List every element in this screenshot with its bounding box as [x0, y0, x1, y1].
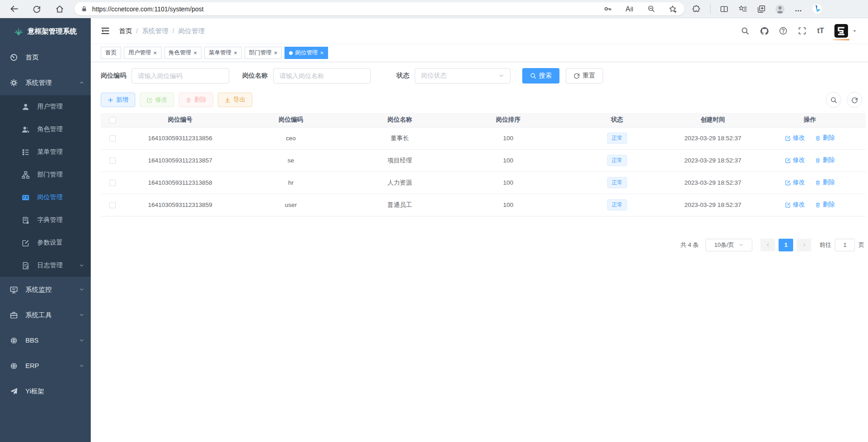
breadcrumb-home[interactable]: 首页: [119, 27, 132, 35]
row-edit-link[interactable]: 修改: [785, 134, 805, 142]
chevron-down-icon: [739, 242, 744, 247]
tab-user-management[interactable]: 用户管理 ×: [124, 47, 162, 59]
sidebar-item-home[interactable]: 首页: [0, 44, 91, 70]
url-text[interactable]: https://ccnetcore.com:1101/system/post: [92, 5, 603, 13]
export-button[interactable]: 导出: [218, 93, 252, 107]
trash-icon: [815, 135, 821, 141]
row-delete-link[interactable]: 删除: [815, 134, 835, 142]
next-page-button[interactable]: [797, 239, 811, 251]
sidebar-item-yi-framework[interactable]: Yi框架: [0, 378, 91, 404]
collections-icon[interactable]: [756, 4, 766, 14]
reset-button[interactable]: 重置: [566, 68, 603, 83]
font-size-icon[interactable]: tT: [817, 27, 824, 35]
sidebar-item-menu-management[interactable]: 菜单管理: [0, 141, 91, 163]
favorites-icon[interactable]: [738, 4, 748, 14]
sidebar-item-role-management[interactable]: 角色管理: [0, 118, 91, 141]
site-info-lock-icon[interactable]: [81, 5, 88, 12]
sidebar-item-department-management[interactable]: 部门管理: [0, 163, 91, 186]
cell-post-sort: 100: [454, 127, 563, 149]
bing-chat-icon[interactable]: [812, 4, 822, 14]
password-key-icon[interactable]: [603, 4, 613, 14]
prev-page-button[interactable]: [760, 239, 775, 251]
close-icon[interactable]: ×: [153, 50, 157, 56]
row-edit-link[interactable]: 修改: [785, 201, 805, 209]
sidebar-item-system-monitor[interactable]: 系统监控: [0, 277, 91, 302]
avatar[interactable]: [834, 24, 848, 38]
tab-role-management[interactable]: 角色管理 ×: [164, 47, 202, 59]
cell-post-id: 1641030593112313859: [124, 194, 236, 216]
header-search-icon[interactable]: [741, 27, 750, 35]
globe-icon: [10, 337, 18, 344]
row-delete-link[interactable]: 删除: [815, 178, 835, 187]
brand[interactable]: 意框架管理系统: [0, 18, 91, 44]
refresh-table-button[interactable]: [847, 92, 862, 108]
sidebar-item-dict-management[interactable]: 字典管理: [0, 209, 91, 231]
row-edit-link[interactable]: 修改: [785, 178, 805, 187]
sidebar-collapse-icon[interactable]: [101, 26, 110, 35]
browser-home-button[interactable]: [54, 4, 64, 14]
sidebar-item-post-management[interactable]: 岗位管理: [0, 186, 91, 209]
cell-created-time: 2023-03-29 18:52:37: [672, 194, 754, 216]
delete-button[interactable]: 删除: [179, 93, 213, 107]
extensions-icon[interactable]: [691, 4, 701, 14]
row-checkbox[interactable]: [109, 157, 116, 164]
cell-post-code: se: [236, 149, 346, 172]
row-edit-link[interactable]: 修改: [785, 156, 805, 164]
trash-icon: [815, 180, 821, 186]
row-delete-link[interactable]: 删除: [815, 201, 835, 209]
page-number-button[interactable]: 1: [779, 239, 793, 251]
tab-post-management[interactable]: 岗位管理 ×: [284, 47, 328, 59]
close-icon[interactable]: ×: [234, 50, 237, 56]
add-favorite-icon[interactable]: [668, 4, 678, 14]
status-label: 状态: [397, 72, 409, 80]
sidebar-item-system-management[interactable]: 系统管理: [0, 70, 91, 95]
status-select[interactable]: 岗位状态: [415, 68, 510, 83]
post-name-input[interactable]: [273, 68, 371, 83]
row-checkbox[interactable]: [109, 135, 116, 142]
chevron-down-icon: [79, 263, 84, 268]
close-icon[interactable]: ×: [274, 50, 278, 56]
cell-post-code: hr: [236, 172, 346, 194]
sidebar-item-user-management[interactable]: 用户管理: [0, 95, 91, 118]
tab-department-management[interactable]: 部门管理 ×: [245, 47, 282, 59]
post-table: 岗位编号 岗位编码 岗位名称 岗位排序 状态 创建时间 操作 164103059…: [101, 113, 866, 216]
chevron-right-icon: [802, 242, 807, 247]
user-avatar-menu[interactable]: [834, 24, 857, 38]
refresh-icon: [574, 73, 580, 79]
sidebar-item-parameter-settings[interactable]: 参数设置: [0, 231, 91, 254]
goto-page-input[interactable]: [835, 239, 855, 251]
browser-back-button[interactable]: [9, 4, 19, 14]
close-icon[interactable]: ×: [320, 50, 324, 56]
goto-label: 前往: [819, 241, 831, 249]
tab-menu-management[interactable]: 菜单管理 ×: [204, 47, 242, 59]
row-checkbox[interactable]: [109, 202, 116, 208]
page-size-select[interactable]: 10条/页: [706, 239, 752, 251]
edit-button[interactable]: 修改: [140, 93, 174, 107]
close-icon[interactable]: ×: [194, 50, 197, 56]
fullscreen-icon[interactable]: [798, 27, 807, 35]
sidebar-item-erp[interactable]: ERP: [0, 353, 91, 378]
sidebar-item-log-management[interactable]: 日志管理: [0, 254, 91, 277]
zoom-out-icon[interactable]: [646, 4, 656, 14]
caret-down-icon: [852, 29, 857, 34]
post-code-input[interactable]: [132, 68, 229, 83]
show-search-toggle-button[interactable]: [826, 92, 841, 108]
split-screen-icon[interactable]: [719, 4, 729, 14]
cell-post-code: user: [236, 194, 346, 216]
search-button[interactable]: 搜索: [522, 68, 559, 83]
browser-reload-button[interactable]: [32, 4, 42, 14]
sidebar-item-bbs[interactable]: BBS: [0, 328, 91, 353]
sidebar-item-system-tools[interactable]: 系统工具: [0, 302, 91, 328]
tab-home[interactable]: 首页: [101, 47, 121, 59]
add-button[interactable]: 新增: [101, 93, 135, 107]
address-bar[interactable]: https://ccnetcore.com:1101/system/post: [74, 2, 684, 15]
select-all-checkbox[interactable]: [109, 117, 116, 123]
github-icon[interactable]: [760, 27, 769, 35]
row-checkbox[interactable]: [109, 180, 116, 186]
row-delete-link[interactable]: 删除: [815, 156, 835, 164]
help-icon[interactable]: [779, 27, 788, 35]
browser-menu-icon[interactable]: …: [794, 4, 804, 14]
breadcrumb-separator: /: [136, 27, 138, 34]
browser-profile-avatar[interactable]: [775, 4, 785, 14]
read-aloud-icon[interactable]: [624, 4, 634, 14]
